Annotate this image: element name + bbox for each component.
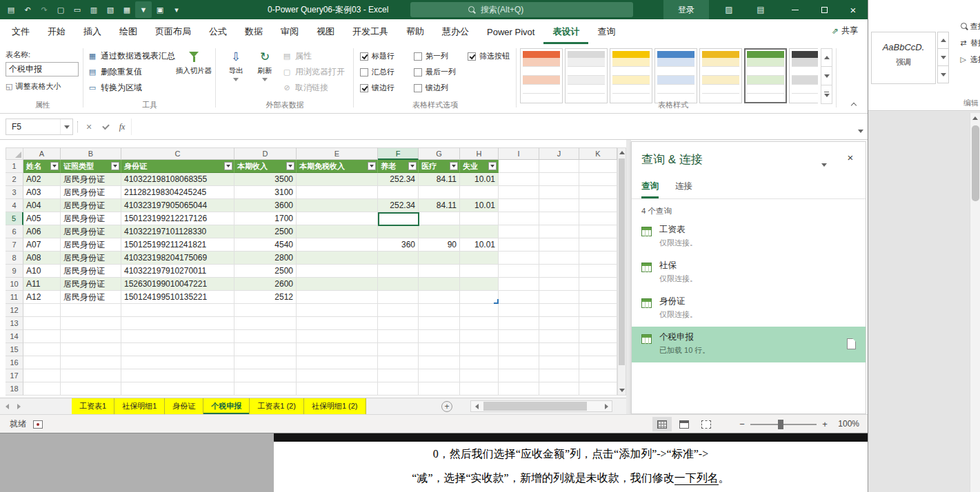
cell-F9[interactable] (378, 265, 419, 278)
panel-tab-1[interactable]: 连接 (675, 181, 692, 198)
cell-C6[interactable]: 410322197101128330 (121, 225, 234, 238)
cell-I14[interactable] (499, 330, 539, 343)
pen-tools-icon[interactable] (717, 0, 741, 19)
cell-J8[interactable] (539, 252, 579, 265)
cell-J18[interactable] (539, 382, 579, 396)
cell-D18[interactable] (234, 382, 297, 396)
cell-K8[interactable] (579, 252, 617, 265)
panel-close-icon[interactable] (843, 150, 857, 164)
table-styles-up-button[interactable] (821, 48, 832, 67)
cell-B16[interactable] (61, 356, 121, 369)
cell-E18[interactable] (297, 382, 378, 396)
table-style-gold[interactable] (699, 48, 742, 103)
checkbox-0[interactable]: 标题行 (360, 48, 394, 64)
cell-F5[interactable] (378, 212, 419, 225)
cell-F6[interactable] (378, 225, 419, 238)
cell-K6[interactable] (579, 225, 617, 238)
cell-D6[interactable]: 2500 (234, 225, 297, 238)
ribbon-tab-14[interactable]: 查询 (588, 19, 624, 44)
cell-H3[interactable] (460, 186, 499, 199)
cell-I1[interactable] (499, 160, 539, 173)
row-header-7[interactable]: 7 (6, 238, 23, 252)
ribbon-tab-1[interactable]: 开始 (39, 19, 74, 44)
row-header-14[interactable]: 14 (6, 330, 23, 343)
cell-E7[interactable] (297, 238, 378, 252)
column-header-K[interactable]: K (579, 147, 617, 160)
sheet-tab-1[interactable]: 社保明细1 (114, 398, 165, 414)
column-header-C[interactable]: C (121, 147, 234, 160)
table-style-green[interactable] (744, 48, 787, 103)
external-item-1[interactable]: ▢用浏览器打开 (281, 64, 345, 80)
cell-A6[interactable]: A06 (23, 225, 61, 238)
cell-B11[interactable]: 居民身份证 (61, 291, 121, 304)
query-item-2[interactable]: 身份证仅限连接。 (632, 291, 866, 327)
cell-G18[interactable] (419, 382, 460, 396)
cell-J4[interactable] (539, 199, 579, 212)
table-name-input[interactable] (6, 62, 79, 76)
checkbox-4[interactable]: 最后一列 (414, 64, 456, 80)
cell-G5[interactable] (419, 212, 460, 225)
cell-G7[interactable]: 90 (419, 238, 460, 252)
ribbon-tab-2[interactable]: 插入 (74, 19, 110, 44)
cell-C2[interactable]: 410322198108068355 (121, 173, 234, 186)
cell-D4[interactable]: 3600 (234, 199, 297, 212)
word-style-gallery-down-button[interactable] (937, 49, 949, 66)
cell-I6[interactable] (499, 225, 539, 238)
sheet-tab-5[interactable]: 社保明细1 (2) (304, 398, 366, 414)
cell-J10[interactable] (539, 278, 579, 291)
cell-K10[interactable] (579, 278, 617, 291)
zoom-slider-thumb[interactable] (778, 420, 783, 429)
normal-view-button[interactable] (652, 417, 672, 431)
cell-H9[interactable] (460, 265, 499, 278)
zoom-out-button[interactable] (737, 415, 748, 433)
cell-I15[interactable] (499, 343, 539, 356)
row-header-17[interactable]: 17 (6, 369, 23, 382)
vertical-scrollbar[interactable] (617, 147, 626, 396)
cell-C7[interactable]: 150125199211241821 (121, 238, 234, 252)
cell-K9[interactable] (579, 265, 617, 278)
cell-K16[interactable] (579, 356, 617, 369)
cell-J13[interactable] (539, 317, 579, 330)
cell-F18[interactable] (378, 382, 419, 396)
cell-A5[interactable]: A05 (23, 212, 61, 225)
cell-E15[interactable] (297, 343, 378, 356)
table-styles-down-button[interactable] (821, 67, 832, 85)
cell-B14[interactable] (61, 330, 121, 343)
cell-C17[interactable] (121, 369, 234, 382)
save-icon[interactable]: ▤ (3, 1, 19, 18)
cell-F3[interactable] (378, 186, 419, 199)
cell-K17[interactable] (579, 369, 617, 382)
resize-table-button[interactable]: 调整表格大小 (6, 81, 61, 92)
row-header-11[interactable]: 11 (6, 291, 23, 304)
cell-J12[interactable] (539, 304, 579, 317)
cell-I11[interactable] (499, 291, 539, 304)
cell-I7[interactable] (499, 238, 539, 252)
close-button[interactable] (839, 0, 868, 19)
row-header-6[interactable]: 6 (6, 225, 23, 238)
cell-D3[interactable]: 3100 (234, 186, 297, 199)
cell-E8[interactable] (297, 252, 378, 265)
cell-A17[interactable] (23, 369, 61, 382)
cell-D5[interactable]: 1700 (234, 212, 297, 225)
column-header-G[interactable]: G (419, 147, 460, 160)
cell-F17[interactable] (378, 369, 419, 382)
cell-C5[interactable]: 150123199212217126 (121, 212, 234, 225)
cell-K11[interactable] (579, 291, 617, 304)
new-icon[interactable]: ▢ (52, 1, 69, 18)
cell-A10[interactable]: A11 (23, 278, 61, 291)
cell-J16[interactable] (539, 356, 579, 369)
cell-I12[interactable] (499, 304, 539, 317)
cell-J17[interactable] (539, 369, 579, 382)
filter-button-F[interactable] (408, 162, 417, 170)
cell-D1[interactable]: 本期收入 (234, 160, 297, 173)
cell-F13[interactable] (378, 317, 419, 330)
cell-A12[interactable] (23, 304, 61, 317)
collapse-ribbon-button[interactable] (848, 99, 859, 109)
formula-bar-expand-icon[interactable] (858, 123, 863, 136)
checkbox-5[interactable]: 镶边列 (414, 80, 456, 96)
hscroll-left-button[interactable] (471, 401, 482, 411)
cell-B9[interactable]: 居民身份证 (61, 265, 121, 278)
cell-J15[interactable] (539, 343, 579, 356)
cell-G10[interactable] (419, 278, 460, 291)
insert-slicer-button[interactable]: 插入切片器 (175, 50, 212, 76)
